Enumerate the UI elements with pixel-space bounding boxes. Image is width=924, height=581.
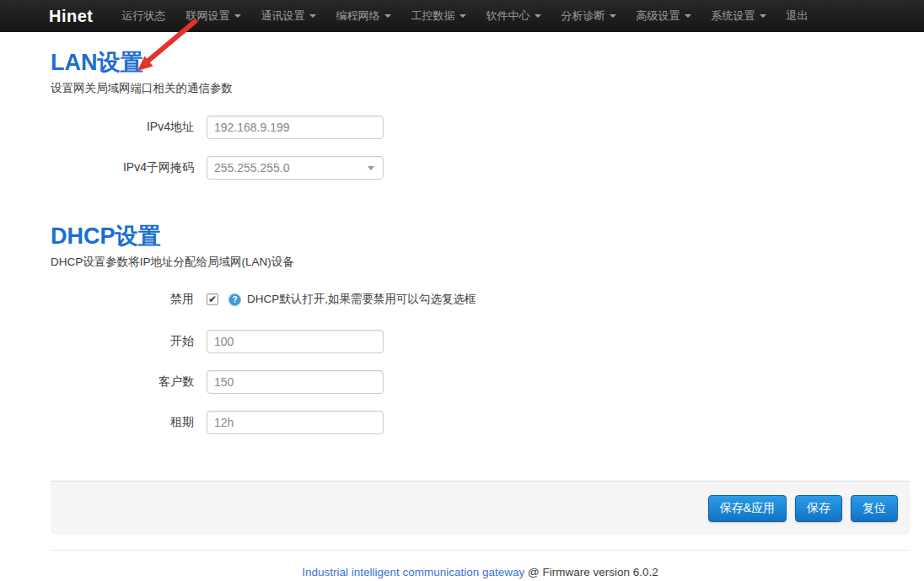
- chevron-down-icon: [760, 14, 766, 18]
- brand-logo[interactable]: Hinet: [49, 7, 94, 26]
- nav-item-running-status[interactable]: 运行状态: [112, 0, 176, 32]
- chevron-down-icon: [384, 14, 391, 18]
- form-row-ipv4-netmask: IPv4子网掩码 255.255.255.0: [51, 156, 924, 180]
- footer: Industrial intelligent communication gat…: [51, 566, 910, 578]
- chevron-down-icon: [309, 14, 316, 18]
- dhcp-disable-checkbox[interactable]: ✔: [207, 293, 218, 305]
- dhcp-disable-label: 禁用: [51, 292, 207, 307]
- footer-firmware-text: @ Firmware version 6.0.2: [524, 566, 658, 578]
- dhcp-start-input[interactable]: [207, 330, 384, 353]
- dhcp-clients-input[interactable]: [207, 370, 384, 394]
- nav-item-network-settings[interactable]: 联网设置: [176, 0, 251, 32]
- save-apply-button[interactable]: 保存&应用: [708, 495, 787, 522]
- dhcp-lease-label: 租期: [51, 415, 207, 430]
- help-icon: ?: [228, 293, 241, 306]
- dhcp-clients-label: 客户数: [51, 374, 207, 390]
- form-row-dhcp-lease: 租期: [51, 411, 924, 434]
- dhcp-start-label: 开始: [51, 334, 207, 349]
- dhcp-lease-input[interactable]: [207, 411, 384, 434]
- reset-button[interactable]: 复位: [851, 495, 898, 522]
- chevron-down-icon: [234, 14, 241, 18]
- nav-item-software-center[interactable]: 软件中心: [476, 0, 551, 32]
- nav-item-system-settings[interactable]: 系统设置: [701, 0, 776, 32]
- chevron-down-icon: [610, 14, 616, 18]
- dhcp-form: 禁用 ✔ ? DHCP默认打开,如果需要禁用可以勾选复选框 开始 客户数 租期: [51, 292, 924, 434]
- ipv4-netmask-selected-value: 255.255.255.0: [214, 161, 290, 175]
- top-navbar: Hinet 运行状态 联网设置 通讯设置 编程网络 工控数据 软件中心 分析诊断…: [0, 0, 924, 32]
- ipv4-address-input[interactable]: [207, 116, 384, 139]
- nav-item-analysis-diagnosis[interactable]: 分析诊断: [551, 0, 626, 32]
- nav-item-advanced-settings[interactable]: 高级设置: [626, 0, 701, 32]
- dhcp-settings-title: DHCP设置: [51, 223, 924, 250]
- chevron-down-icon: [459, 14, 466, 18]
- action-bar: 保存&应用 保存 复位: [51, 481, 910, 535]
- form-row-dhcp-disable: 禁用 ✔ ? DHCP默认打开,如果需要禁用可以勾选复选框: [51, 292, 924, 307]
- footer-divider: [51, 550, 910, 551]
- ipv4-netmask-select[interactable]: 255.255.255.0: [207, 156, 384, 180]
- form-row-ipv4-address: IPv4地址: [51, 116, 924, 139]
- chevron-down-icon: [685, 14, 691, 18]
- dropdown-caret-icon: [368, 166, 374, 170]
- save-button[interactable]: 保存: [795, 495, 842, 522]
- chevron-down-icon: [535, 14, 541, 18]
- nav-item-programming-network[interactable]: 编程网络: [326, 0, 401, 32]
- nav-item-logout[interactable]: 退出: [776, 0, 819, 32]
- footer-gateway-link[interactable]: Industrial intelligent communication gat…: [302, 566, 524, 578]
- nav-item-comm-settings[interactable]: 通讯设置: [251, 0, 326, 32]
- form-row-dhcp-start: 开始: [51, 330, 924, 353]
- ipv4-netmask-label: IPv4子网掩码: [51, 160, 207, 175]
- dhcp-settings-subtitle: DHCP设置参数将IP地址分配给局域网(LAN)设备: [51, 255, 924, 270]
- lan-form: IPv4地址 IPv4子网掩码 255.255.255.0: [51, 116, 924, 180]
- ipv4-address-label: IPv4地址: [51, 120, 207, 135]
- dhcp-hint-text: DHCP默认打开,如果需要禁用可以勾选复选框: [247, 292, 476, 307]
- main-content: LAN设置 设置网关局域网端口相关的通信参数 IPv4地址 IPv4子网掩码 2…: [0, 50, 924, 434]
- nav-item-industrial-data[interactable]: 工控数据: [401, 0, 476, 32]
- nav-menu: 运行状态 联网设置 通讯设置 编程网络 工控数据 软件中心 分析诊断 高级设置 …: [112, 0, 819, 32]
- lan-settings-subtitle: 设置网关局域网端口相关的通信参数: [51, 81, 924, 96]
- form-row-dhcp-clients: 客户数: [51, 370, 924, 394]
- lan-settings-title: LAN设置: [51, 50, 924, 76]
